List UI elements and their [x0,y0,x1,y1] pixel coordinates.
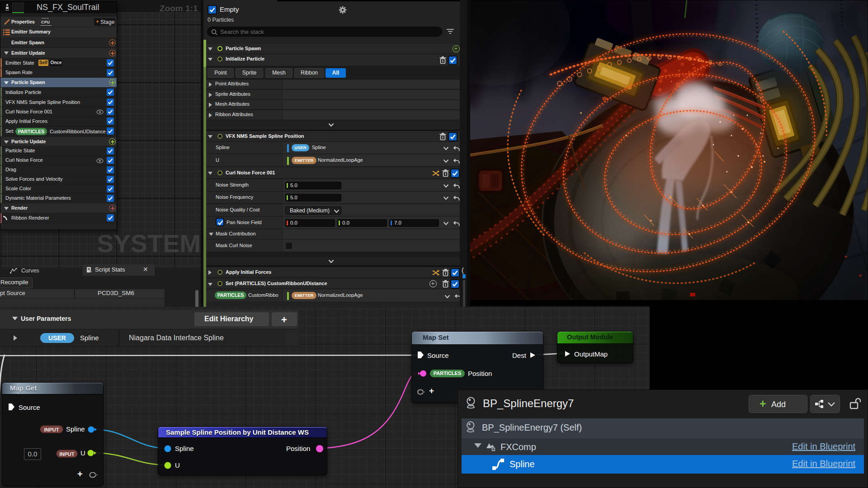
svg-text:C: C [493,448,495,451]
